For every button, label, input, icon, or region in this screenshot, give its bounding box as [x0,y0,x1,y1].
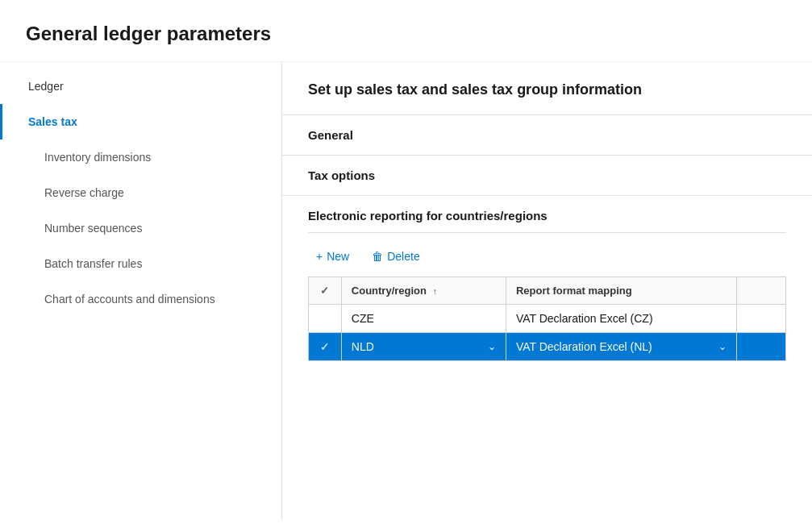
row-country-cell: CZE [341,305,506,333]
trash-icon: 🗑 [372,250,383,263]
row-check-cell [309,305,342,333]
table-row[interactable]: ✓ NLD ⌄ VAT Declaration Excel (NL) ⌄ [309,333,786,361]
sidebar-item-label: Number sequences [44,222,142,235]
checkmark-icon: ✓ [320,340,330,353]
sidebar-item-sales-tax[interactable]: Sales tax [0,104,281,139]
sidebar-item-label: Batch transfer rules [44,257,142,270]
table-row[interactable]: CZE VAT Declaration Excel (CZ) [309,305,786,333]
row-extra-cell [736,333,785,361]
sort-icon: ↑ [433,286,438,296]
country-dropdown-icon[interactable]: ⌄ [488,341,496,352]
general-section-title: General [282,115,812,155]
check-col-header: ✓ [309,277,342,305]
main-content: Set up sales tax and sales tax group inf… [282,62,812,520]
sidebar-item-label: Chart of accounts and dimensions [44,293,215,306]
row-format-cell: VAT Declaration Excel (CZ) [506,305,736,333]
sidebar-item-inventory-dimensions[interactable]: Inventory dimensions [0,139,281,175]
tax-options-section: Tax options [282,156,812,196]
er-toolbar: + New 🗑 Delete [308,246,786,267]
sidebar-item-reverse-charge[interactable]: Reverse charge [0,175,281,210]
row-extra-cell [736,305,785,333]
country-value: CZE [352,312,374,325]
country-col-header[interactable]: Country/region ↑ [341,277,506,305]
er-section: Electronic reporting for countries/regio… [282,196,812,381]
er-table: ✓ Country/region ↑ Report format mapping [308,277,786,361]
sidebar-item-label: Ledger [28,80,64,93]
new-button-label: New [327,250,349,263]
country-value: NLD [352,340,374,353]
sidebar-item-label: Reverse charge [44,186,124,199]
sidebar-item-label: Inventory dimensions [44,151,151,164]
tax-options-section-title: Tax options [282,156,812,195]
sidebar-item-ledger[interactable]: Ledger [0,69,281,104]
format-col-header: Report format mapping [506,277,736,305]
sidebar-item-label: Sales tax [28,115,77,128]
main-header: Set up sales tax and sales tax group inf… [282,62,812,115]
sidebar: Ledger Sales tax Inventory dimensions Re… [0,62,282,520]
sidebar-item-number-sequences[interactable]: Number sequences [0,210,281,246]
country-col-label: Country/region [352,285,427,297]
sidebar-item-chart-of-accounts[interactable]: Chart of accounts and dimensions [0,281,281,317]
extra-col-header [736,277,785,305]
format-value: VAT Declaration Excel (CZ) [516,312,653,325]
delete-button[interactable]: 🗑 Delete [364,246,427,267]
format-dropdown-icon[interactable]: ⌄ [718,341,727,352]
new-button[interactable]: + New [308,246,357,267]
er-section-title: Electronic reporting for countries/regio… [308,196,786,233]
table-header-row: ✓ Country/region ↑ Report format mapping [309,277,786,305]
page-title: General ledger parameters [0,0,812,62]
row-check-cell: ✓ [309,333,342,361]
general-section: General [282,115,812,156]
plus-icon: + [316,250,323,263]
row-format-cell: VAT Declaration Excel (NL) ⌄ [506,333,736,361]
sidebar-item-batch-transfer-rules[interactable]: Batch transfer rules [0,246,281,281]
delete-button-label: Delete [387,250,419,263]
format-value: VAT Declaration Excel (NL) [516,340,652,353]
format-col-label: Report format mapping [516,285,632,297]
row-country-cell: NLD ⌄ [341,333,506,361]
checkmark-header-icon: ✓ [320,285,329,297]
